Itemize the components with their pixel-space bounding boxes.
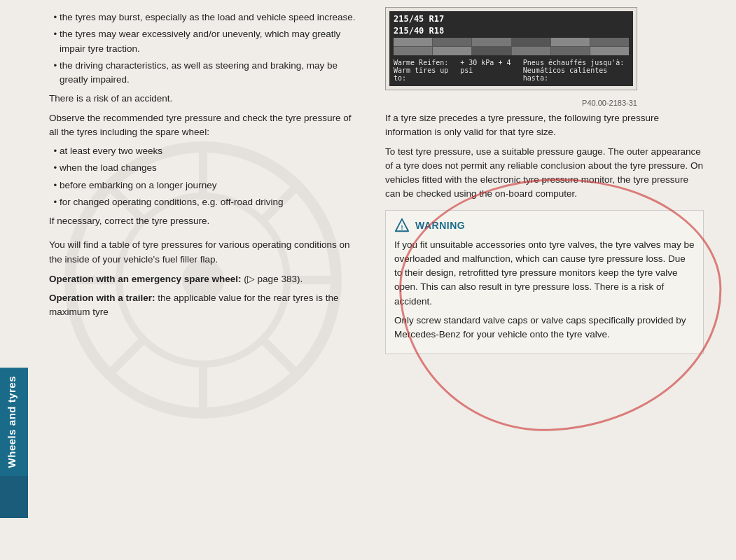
tyre-label-area: 215/45 R17 215/40 R18 [385, 7, 704, 107]
tyre-size-1: 215/45 R17 [394, 14, 629, 24]
warning-body-2: Only screw standard valve caps or valve … [394, 314, 695, 342]
emergency-wheel-label: Operation with an emergency spare wheel: [49, 274, 242, 284]
warm-values: + 30 kPa + 4 psi [460, 59, 523, 74]
side-tab-block [0, 476, 28, 518]
check-item-3: before embarking on a longer journey [60, 178, 361, 192]
content-area: the tyres may burst, especially as the l… [32, 0, 736, 560]
check-item-4: for changed operating conditions, e.g. o… [60, 195, 361, 209]
check-item-1: at least every two weeks [60, 144, 361, 158]
warning-box: ! WARNING If you fit unsuitable accessor… [385, 210, 704, 355]
warning-title: WARNING [415, 220, 465, 231]
warm-label-de: Warme Reifen: [394, 59, 460, 66]
table-text: You will find a table of tyre pressures … [49, 238, 361, 267]
correct-text: If necessary, correct the tyre pressure. [49, 214, 361, 228]
tyre-label-inner: 215/45 R17 215/40 R18 [389, 11, 633, 86]
tyre-label-grid [394, 38, 629, 55]
warning-header: ! WARNING [394, 218, 695, 233]
trailer-text: Operation with a trailer: the applicable… [49, 291, 361, 320]
test-text: To test tyre pressure, use a suitable pr… [385, 145, 704, 202]
check-item-2: when the load changes [60, 161, 361, 175]
section-tab-label: Wheels and tyres [0, 368, 28, 476]
heated-label-fr: Pneus échauffés jusqu'à: [523, 59, 629, 66]
emergency-wheel-text: Operation with an emergency spare wheel:… [49, 272, 361, 286]
svg-text:!: ! [401, 223, 403, 230]
list-item: the tyres may wear excessively and/or un… [60, 27, 361, 56]
warning-triangle-icon: ! [394, 218, 410, 233]
tyre-size-2: 215/40 R18 [394, 26, 629, 36]
figure-id: P40.00-2183-31 [385, 99, 637, 107]
risk-text: There is a risk of an accident. [49, 92, 361, 106]
emergency-wheel-ref: (▷ page 383). [244, 274, 303, 284]
observe-text: Observe the recommended tyre pressure an… [49, 111, 361, 140]
top-bullet-list: the tyres may burst, especially as the l… [56, 10, 361, 87]
warning-body-1: If you fit unsuitable accessories onto t… [394, 238, 695, 309]
heated-label-es: Neumáticos calientes hasta: [523, 66, 629, 82]
warm-label-en: Warm tires up to: [394, 66, 460, 82]
list-item: the driving characteristics, as well as … [60, 59, 361, 88]
tyre-label-bottom: Warme Reifen: Warm tires up to: + 30 kPa… [394, 57, 629, 83]
left-column: the tyres may burst, especially as the l… [32, 0, 375, 560]
list-item: the tyres may burst, especially as the l… [60, 10, 361, 24]
page-container: Wheels and tyres the tyres may burst, es… [0, 0, 736, 560]
check-list: at least every two weeks when the load c… [56, 144, 361, 209]
right-column: 215/45 R17 215/40 R18 [375, 0, 718, 560]
tyre-size-text: If a tyre size precedes a tyre pressure,… [385, 111, 704, 140]
trailer-label: Operation with a trailer: [49, 293, 155, 303]
tyre-label-box: 215/45 R17 215/40 R18 [385, 7, 637, 90]
